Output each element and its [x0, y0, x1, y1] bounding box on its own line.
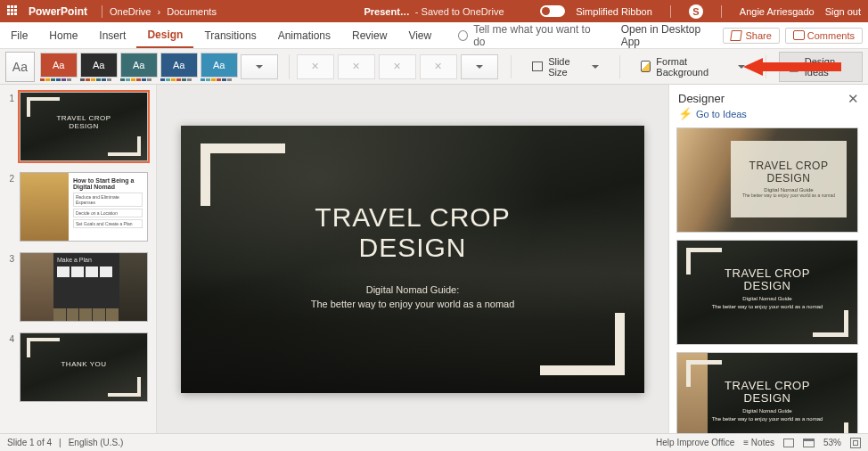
zoom-level[interactable]: 53%	[823, 438, 841, 447]
design-suggestion-3[interactable]: TRAVEL CROPDESIGN Digital Nomad Guide Th…	[676, 352, 858, 433]
breadcrumb-folder[interactable]: Documents	[167, 6, 217, 17]
comment-icon	[793, 30, 803, 40]
slide-counter[interactable]: Slide 1 of 4	[7, 438, 52, 447]
go-to-ideas-label: Go to Ideas	[696, 109, 747, 119]
variant-option[interactable]: ✕	[379, 54, 416, 79]
open-desktop-app[interactable]: Open in Desktop App	[610, 22, 724, 48]
thumb2-heading: How to Start Being a Digital Nomad	[73, 177, 143, 190]
slide-thumbnail-3[interactable]: Make a Plan	[20, 252, 148, 322]
app-name: PowerPoint	[29, 5, 87, 18]
design-suggestion-2[interactable]: TRAVEL CROPDESIGN Digital Nomad Guide Th…	[676, 240, 858, 345]
slide-size-label: Slide Size	[548, 56, 586, 78]
normal-view-icon[interactable]	[783, 439, 794, 447]
variant-more[interactable]	[461, 54, 498, 79]
comments-label: Comments	[807, 30, 855, 41]
design-suggestions-list[interactable]: TRAVEL CROPDESIGN Digital Nomad Guide Th…	[669, 127, 868, 433]
separator	[721, 5, 722, 18]
main-area: 1 TRAVEL CROP DESIGN 2 How to Start Bein…	[0, 85, 868, 433]
theme-option[interactable]: Aa	[40, 53, 78, 81]
tab-design[interactable]: Design	[136, 22, 193, 48]
slide-size-icon	[532, 62, 543, 71]
thumbnail-row: 3 Make a Plan	[5, 252, 151, 322]
separator	[102, 5, 102, 18]
bolt-icon: ⚡	[678, 107, 692, 120]
user-name[interactable]: Angie Arriesgado	[740, 6, 815, 17]
sign-out-link[interactable]: Sign out	[825, 6, 861, 17]
format-background-label: Format Background	[656, 56, 733, 78]
save-status: - Saved to OneDrive	[415, 6, 504, 17]
variant-gallery: ✕ ✕ ✕ ✕	[289, 54, 498, 79]
thumbnail-row: 2 How to Start Being a Digital Nomad Red…	[5, 172, 151, 242]
ribbon-content: Aa Aa Aa Aa Aa Aa ✕ ✕ ✕ ✕ Slide	[0, 49, 868, 85]
slide-number: 3	[5, 252, 14, 322]
breadcrumb[interactable]: OneDrive › Documents	[110, 6, 217, 17]
slide-thumbnail-2[interactable]: How to Start Being a Digital Nomad Reduc…	[20, 172, 148, 242]
tab-review[interactable]: Review	[341, 22, 397, 48]
slide-thumbnails-panel[interactable]: 1 TRAVEL CROP DESIGN 2 How to Start Bein…	[0, 85, 157, 433]
separator	[766, 55, 766, 78]
go-to-ideas-link[interactable]: ⚡ Go to Ideas	[669, 107, 868, 127]
app-launcher-icon[interactable]	[7, 5, 20, 18]
theme-option[interactable]: Aa	[120, 53, 158, 81]
chevron-right-icon: ›	[158, 6, 161, 17]
format-background-button[interactable]: Format Background	[633, 52, 753, 82]
theme-current[interactable]: Aa	[5, 52, 35, 82]
slide-editor[interactable]: TRAVEL CROP DESIGN Digital Nomad Guide: …	[157, 85, 668, 433]
design-suggestion-1[interactable]: TRAVEL CROPDESIGN Digital Nomad Guide Th…	[676, 127, 858, 233]
designer-pane: Designer ✕ ⚡ Go to Ideas TRAVEL CROPDESI…	[668, 85, 868, 433]
theme-option[interactable]: Aa	[201, 53, 238, 81]
slide-subtitle-1[interactable]: Digital Nomad Guide:	[181, 284, 644, 295]
tab-animations[interactable]: Animations	[267, 22, 341, 48]
fit-to-window-icon[interactable]	[850, 438, 861, 448]
slideshow-view-icon[interactable]	[803, 439, 815, 447]
design-ideas-label: Design Ideas	[805, 56, 855, 78]
slide-title-l2: DESIGN	[358, 233, 466, 262]
slide-thumbnail-1[interactable]: TRAVEL CROP DESIGN	[20, 92, 148, 161]
chevron-down-icon	[738, 65, 745, 69]
simplified-ribbon-toggle[interactable]	[540, 5, 565, 17]
thumb2-row3: Set Goals and Create a Plan	[73, 219, 143, 228]
variant-option[interactable]: ✕	[420, 54, 457, 79]
theme-option[interactable]: Aa	[160, 53, 198, 81]
skype-icon[interactable]: S	[689, 4, 703, 19]
tab-file[interactable]: File	[0, 22, 38, 48]
tab-insert[interactable]: Insert	[88, 22, 136, 48]
tell-me-search[interactable]: Tell me what you want to do	[458, 23, 593, 48]
thumb4-title: THANK YOU	[20, 360, 147, 368]
close-icon[interactable]: ✕	[848, 92, 859, 105]
breadcrumb-root[interactable]: OneDrive	[110, 6, 151, 17]
document-title[interactable]: Present…	[364, 6, 409, 17]
variant-option[interactable]: ✕	[338, 54, 375, 79]
comments-button[interactable]: Comments	[785, 28, 863, 44]
notes-button[interactable]: ≡ Notes	[743, 438, 774, 447]
thumb2-row2: Decide on a Location	[73, 209, 143, 217]
status-bar: Slide 1 of 4 | English (U.S.) Help Impro…	[0, 433, 868, 451]
slide-size-button[interactable]: Slide Size	[524, 52, 607, 82]
ribbon-tabs: File Home Insert Design Transitions Anim…	[0, 22, 868, 49]
language-indicator[interactable]: English (U.S.)	[69, 438, 124, 447]
lightbulb-icon	[458, 30, 468, 41]
help-improve-link[interactable]: Help Improve Office	[656, 438, 734, 447]
svg-rect-1	[790, 65, 798, 71]
design-ideas-button[interactable]: Design Ideas	[779, 52, 863, 82]
titlebar-center: Present… - Saved to OneDrive	[364, 6, 504, 17]
designer-title: Designer	[678, 92, 725, 105]
separator	[619, 55, 620, 78]
share-button[interactable]: Share	[723, 28, 779, 44]
theme-more[interactable]	[241, 54, 278, 79]
tab-home[interactable]: Home	[38, 22, 88, 48]
thumb3-heading: Make a Plan	[57, 257, 116, 263]
slide-title-l1: TRAVEL CROP	[315, 202, 510, 232]
slide-title[interactable]: TRAVEL CROP DESIGN	[181, 202, 644, 264]
variant-option[interactable]: ✕	[297, 54, 334, 79]
current-slide[interactable]: TRAVEL CROP DESIGN Digital Nomad Guide: …	[181, 126, 644, 393]
simplified-ribbon-label: Simplified Ribbon	[576, 6, 652, 17]
slide-subtitle-2[interactable]: The better way to enjoy your world as a …	[181, 299, 644, 309]
thumb2-row1: Reduce and Eliminate Expenses	[73, 193, 143, 207]
tab-transitions[interactable]: Transitions	[193, 22, 266, 48]
slide-thumbnail-4[interactable]: THANK YOU	[20, 332, 148, 402]
separator	[511, 55, 512, 78]
theme-option[interactable]: Aa	[80, 53, 118, 81]
thumbnail-row: 4 THANK YOU	[5, 332, 151, 402]
tab-view[interactable]: View	[397, 22, 442, 48]
